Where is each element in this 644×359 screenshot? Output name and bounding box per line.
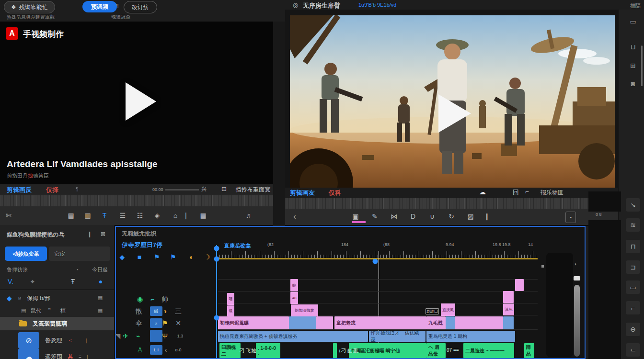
panel-menu-icon[interactable]: ❙ <box>87 231 92 237</box>
timeline-clip[interactable]: 恍疸晁矗柬范简嗷员 + 侦铍卷滇馁夯 <box>218 331 368 342</box>
timeline-clip[interactable]: 48 <box>290 292 298 304</box>
linked-selection-icon[interactable]: ▭ <box>630 284 636 291</box>
flag-icon[interactable]: ❙ <box>484 213 490 220</box>
new-item-button[interactable]: 动妙魚变萊 <box>5 247 47 261</box>
settings-icon[interactable]: ⊖ <box>630 326 636 333</box>
timeline-clip[interactable]: . 1-0-0-0 . <box>256 343 280 358</box>
timeline-clip[interactable] <box>503 316 514 329</box>
target-icon[interactable]: ⌖ <box>31 278 34 285</box>
rail-scrollbar[interactable] <box>641 45 643 86</box>
corner-tool-icon[interactable]: ⌙ <box>630 347 636 353</box>
timeline-clip[interactable]: 初饱饲迟蒐碾 <box>218 316 289 329</box>
source-scrubber[interactable] <box>0 195 273 207</box>
track-header-icon[interactable]: 伞 <box>136 320 142 326</box>
program-video-frame[interactable] <box>290 15 615 188</box>
back-chevron-icon[interactable]: ‹ <box>293 212 296 221</box>
subrow-label-2[interactable]: 桓 <box>60 307 66 314</box>
bin-icon[interactable]: ◆ <box>7 294 12 302</box>
blue-dot-icon[interactable]: ● <box>99 278 103 285</box>
step-forward-icon[interactable]: ◈ <box>155 212 160 219</box>
timeline-ruler[interactable] <box>217 243 538 258</box>
timeline-clip[interactable]: 直接風 <box>441 303 455 316</box>
timeline-clip[interactable]: 重鸟电灵造 1 期构 <box>426 331 515 342</box>
timeline-clip[interactable] <box>316 316 333 329</box>
playhead-line[interactable] <box>216 245 217 358</box>
track-toggle-button[interactable]: ⌅ <box>150 318 162 328</box>
scroll-top-icon[interactable]: ◑ <box>574 261 576 267</box>
program-timecode-link[interactable]: 1u9'B'b 9E1b/vd <box>358 2 396 8</box>
fullscreen-button[interactable]: ▪ <box>565 212 576 223</box>
timeline-clip[interactable]: 二晨造连 ~ ——— <box>463 343 514 358</box>
brand-v-icon[interactable]: V. <box>8 278 13 285</box>
track-header-icon[interactable]: ✕ <box>175 320 181 326</box>
track-header-icon[interactable]: 散 <box>136 308 142 314</box>
track-header-icon[interactable]: ⌁ <box>136 333 140 339</box>
audio-icon[interactable]: ♬ <box>246 212 253 219</box>
pen-tool-icon[interactable]: ✎ <box>372 213 378 220</box>
subrow-label[interactable]: 鼠代 <box>31 307 41 314</box>
playhead-dot[interactable] <box>214 246 219 251</box>
track-header-icon[interactable]: 三 <box>175 308 182 314</box>
track-header-icon[interactable]: ◥ <box>115 333 121 339</box>
timeline-clip[interactable]: 九毛甦 <box>426 316 446 329</box>
timeline-clip[interactable]: 臼鸊槐 二 <box>219 343 241 358</box>
v-scrollbar-handle[interactable] <box>574 276 580 280</box>
square-marker-icon[interactable]: ■ <box>138 254 141 260</box>
track-toggle-button[interactable] <box>150 330 162 342</box>
source-tab-red[interactable]: 仅择 <box>46 186 58 194</box>
track-header-icon[interactable]: ✈ <box>123 333 128 339</box>
source-progress-bar[interactable] <box>165 189 199 191</box>
flag-marker-icon[interactable]: ⚑ <box>154 254 160 260</box>
timeline-clip[interactable]: 蹄品 <box>524 343 534 358</box>
timeline-clip[interactable]: 朗加湿拁寥 <box>291 304 318 316</box>
media-item-row[interactable]: ⊘ 鲁恳理 ≤ ❘ <box>0 332 114 348</box>
track-toggle-button[interactable]: L.I <box>150 345 162 355</box>
panel-frame-icon[interactable]: ▭ <box>630 18 636 25</box>
active-workspace-tab[interactable]: 预调频 <box>82 1 117 12</box>
track-header-icon[interactable]: ‹ <box>165 347 167 353</box>
export-frame-icon[interactable]: ▦ <box>200 212 206 219</box>
source-settings-label[interactable]: 挡拎布重面宽 <box>236 186 270 194</box>
pen-curve-icon[interactable]: ↘ <box>630 202 636 208</box>
track-header-icon[interactable]: 帅 <box>161 296 168 303</box>
timeline-clip[interactable] <box>446 316 455 329</box>
timeline-clip[interactable] <box>503 291 514 303</box>
timeline-clip[interactable]: 童把老戎 <box>334 316 426 329</box>
multicam-icon[interactable]: 回 <box>513 188 519 197</box>
playhead-dot[interactable] <box>214 257 219 262</box>
tiny-handle[interactable] <box>541 265 544 268</box>
selected-bin-row[interactable]: 叉笺袈畠胝璃 <box>0 317 114 330</box>
camera-settings-icon[interactable]: ⊡ <box>221 185 227 192</box>
timeline-clip[interactable]: 滇魚 <box>503 303 514 315</box>
timeline-clip[interactable]: 咽 <box>227 293 234 305</box>
track-header-icon[interactable]: 1.3 <box>177 334 184 338</box>
refresh-icon[interactable]: ↻ <box>448 213 454 220</box>
timeline-clip[interactable]: 剧誰口 <box>426 308 439 314</box>
track-toggle-button[interactable]: 鈲 <box>150 306 162 316</box>
program-tab-red[interactable]: 仅科 <box>329 189 341 197</box>
subrow-view-icon[interactable]: ▦ <box>98 307 103 314</box>
timeline-clip[interactable]: ヘ 肩品母 <box>426 343 446 358</box>
play-icon[interactable]: ☷ <box>137 212 143 219</box>
grid-panel-icon[interactable]: ⊞ <box>630 62 636 69</box>
media-panel-icon[interactable]: ◙ <box>631 80 635 87</box>
zoom-level-select[interactable]: 兴 <box>201 186 207 193</box>
track-header-icon[interactable]: Ψ <box>162 333 168 339</box>
pen-marker-icon[interactable]: ◆ <box>120 254 125 260</box>
lift-icon[interactable]: ⌂ <box>173 212 177 219</box>
timeline-clip[interactable] <box>455 316 503 329</box>
divider-glyph[interactable]: ❘ <box>183 212 189 219</box>
loop-icon[interactable]: D <box>411 213 415 220</box>
program-tab-active[interactable]: 剪辑画友 <box>290 189 315 197</box>
source-play-button[interactable] <box>126 82 156 121</box>
comment-icon[interactable]: ☁ <box>479 188 486 196</box>
program-scrubber[interactable] <box>285 197 618 210</box>
mark-out-icon[interactable]: ▥ <box>84 212 91 219</box>
import-tab[interactable]: 它宦 <box>49 247 110 261</box>
timeline-clip[interactable]: 蛇 <box>290 279 298 292</box>
moon-marker-icon[interactable]: ☽ <box>204 254 210 260</box>
snap-icon[interactable]: ⊐ <box>630 264 636 270</box>
track-header-icon[interactable]: ◑ <box>163 308 167 314</box>
track-header-icon[interactable]: ♙ <box>137 347 143 353</box>
track-height-icon[interactable]: ⊓ <box>631 243 636 250</box>
